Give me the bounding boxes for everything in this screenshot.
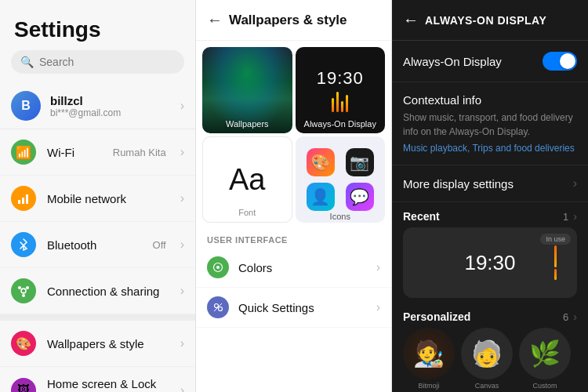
more-display-button[interactable]: More display settings › <box>392 165 588 202</box>
settings-list: 📶 Wi-Fi Rumah Kita › Mobile network › <box>0 129 195 392</box>
aod-card[interactable]: 19:30 Always-On Display <box>296 47 386 133</box>
personalized-count: 6 <box>563 311 568 323</box>
icon-1: 🎨 <box>307 148 335 176</box>
bitmoji-avatar: 🧑‍🎨 <box>403 328 455 379</box>
svg-rect-2 <box>26 194 28 204</box>
svg-point-11 <box>216 266 220 269</box>
font-card[interactable]: Aa Font <box>202 136 292 223</box>
wallpapers-chevron-icon: › <box>180 336 184 350</box>
font-card-label: Font <box>203 208 292 217</box>
aod-bars <box>332 92 348 112</box>
icon-2: 📷 <box>346 148 374 176</box>
wifi-chevron-icon: › <box>180 145 184 159</box>
wallpapers-label: Wallpapers & style <box>47 337 169 350</box>
recent-aod-time: 19:30 <box>464 251 515 275</box>
mid-panel: ← Wallpapers & style Wallpapers 19:30 Al… <box>196 0 392 392</box>
svg-line-7 <box>21 289 23 290</box>
ui-section-label: USER INTERFACE <box>196 229 391 248</box>
bluetooth-chevron-icon: › <box>180 238 184 252</box>
recent-header: Recent 1 › <box>392 202 588 227</box>
right-back-button[interactable]: ← <box>403 11 419 29</box>
aod-toggle[interactable] <box>543 52 577 71</box>
recent-chevron-icon: › <box>573 210 577 223</box>
bluetooth-value: Off <box>153 239 166 251</box>
separator <box>0 314 195 321</box>
icon-3: 👤 <box>307 183 335 211</box>
svg-point-13 <box>219 307 223 311</box>
contextual-desc: Show music, transport, and food delivery… <box>403 111 577 139</box>
quick-settings-chevron-icon: › <box>376 300 380 314</box>
recent-aod-item[interactable]: In use 19:30 <box>403 227 577 298</box>
svg-point-4 <box>18 286 21 289</box>
mid-back-button[interactable]: ← <box>207 11 223 29</box>
sidebar-item-connection-sharing[interactable]: Connection & sharing › <box>0 268 195 314</box>
connection-sharing-chevron-icon: › <box>180 284 184 298</box>
sidebar-item-wallpapers[interactable]: 🎨 Wallpapers & style › <box>0 321 195 367</box>
user-chevron-icon: › <box>180 99 184 113</box>
personalized-row: 🧑‍🎨 Bitmoji 🧓 Canvas 🌿 Custom <box>392 328 588 390</box>
personalized-label: Personalized <box>403 310 563 323</box>
custom-label: Custom <box>532 382 557 390</box>
svg-point-5 <box>26 286 29 289</box>
recent-aod-bars <box>554 245 557 280</box>
font-sample: Aa <box>229 163 265 197</box>
bitmoji-label: Bitmoji <box>418 382 439 390</box>
sidebar-item-wifi[interactable]: 📶 Wi-Fi Rumah Kita › <box>0 129 195 176</box>
mid-title: Wallpapers & style <box>229 13 347 28</box>
pers-item-canvas[interactable]: 🧓 Canvas <box>461 328 513 390</box>
colors-chevron-icon: › <box>376 260 380 274</box>
user-name: billzcl <box>50 94 171 107</box>
user-email: bi***@gmail.com <box>50 107 171 118</box>
search-input[interactable] <box>39 56 175 68</box>
wallpapers-card[interactable]: Wallpapers <box>202 47 292 133</box>
more-display-chevron-icon: › <box>573 176 577 191</box>
aod-time-display: 19:30 <box>317 68 364 89</box>
right-header: ← ALWAYS-ON DISPLAY <box>392 0 588 41</box>
mobile-network-chevron-icon: › <box>180 191 184 205</box>
contextual-section: Contextual info Show music, transport, a… <box>392 82 588 165</box>
wallpapers-icon: 🎨 <box>11 331 36 356</box>
avatar: B <box>11 91 41 121</box>
sidebar-item-homescreen[interactable]: 🖼 Home screen & Lock screen › <box>0 367 195 392</box>
bluetooth-icon <box>11 232 36 257</box>
colors-label: Colors <box>238 261 367 274</box>
canvas-label: Canvas <box>475 382 499 390</box>
quick-settings-item[interactable]: Quick Settings › <box>196 288 391 328</box>
contextual-links[interactable]: Music playback, Trips and food deliverie… <box>403 143 577 154</box>
icons-card[interactable]: 🎨 📷 👤 💬 Icons <box>296 136 386 223</box>
canvas-avatar: 🧓 <box>461 328 513 379</box>
mobile-network-label: Mobile network <box>47 192 169 205</box>
personalized-header: Personalized 6 › <box>392 306 588 328</box>
bluetooth-label: Bluetooth <box>47 238 142 252</box>
sidebar-item-mobile-network[interactable]: Mobile network › <box>0 176 195 222</box>
svg-rect-0 <box>18 200 20 204</box>
aod-setting-row: Always-On Display <box>392 41 588 82</box>
quick-settings-icon <box>207 296 229 318</box>
pers-item-bitmoji[interactable]: 🧑‍🎨 Bitmoji <box>403 328 455 390</box>
mid-header: ← Wallpapers & style <box>196 0 391 41</box>
inuse-badge: In use <box>540 234 571 245</box>
more-display-label: More display settings <box>403 177 573 191</box>
search-bar[interactable]: 🔍 <box>11 50 184 74</box>
pers-item-custom[interactable]: 🌿 Custom <box>519 328 571 390</box>
custom-avatar: 🌿 <box>519 328 571 379</box>
wallpapers-card-label: Wallpapers <box>202 119 292 129</box>
aod-setting-label: Always-On Display <box>403 55 543 68</box>
right-title: ALWAYS-ON DISPLAY <box>425 14 546 27</box>
connection-sharing-icon <box>11 278 36 303</box>
connection-sharing-label: Connection & sharing <box>47 285 169 298</box>
colors-item[interactable]: Colors › <box>196 248 391 288</box>
right-panel: ← ALWAYS-ON DISPLAY Always-On Display Co… <box>392 0 588 392</box>
wifi-value: Rumah Kita <box>113 147 166 158</box>
search-icon: 🔍 <box>20 56 34 68</box>
quick-settings-label: Quick Settings <box>238 301 367 314</box>
colors-icon <box>207 256 229 278</box>
settings-title: Settings <box>0 0 195 50</box>
sidebar-item-bluetooth[interactable]: Bluetooth Off › <box>0 222 195 268</box>
aod-card-label: Always-On Display <box>296 119 386 129</box>
user-row[interactable]: B billzcl bi***@gmail.com › <box>0 83 195 129</box>
svg-point-6 <box>22 294 25 297</box>
recent-label: Recent <box>403 210 563 223</box>
personalized-chevron-icon: › <box>573 310 577 323</box>
wifi-icon: 📶 <box>11 140 36 165</box>
